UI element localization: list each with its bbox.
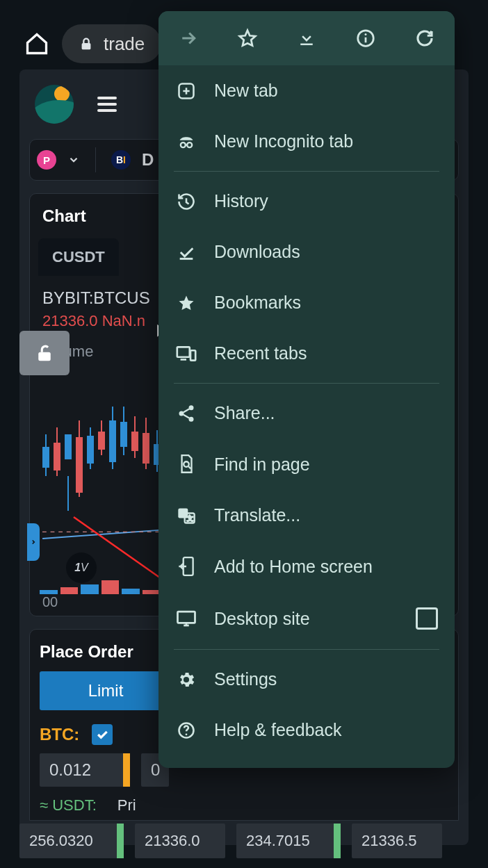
menu-add-home[interactable]: Add to Home screen xyxy=(158,541,455,592)
menu-label: Recent tabs xyxy=(214,343,307,363)
svg-rect-3 xyxy=(38,352,51,361)
share-icon xyxy=(175,404,197,423)
menu-label: Share... xyxy=(214,403,275,423)
menu-downloads[interactable]: Downloads xyxy=(158,227,455,277)
b-badge[interactable]: BI xyxy=(111,150,131,170)
value-2[interactable]: 21336.0 xyxy=(135,824,225,858)
incognito-icon xyxy=(175,132,197,152)
menu-recent-tabs[interactable]: Recent tabs xyxy=(158,328,455,379)
lock-icon xyxy=(79,35,94,53)
svg-text:文: 文 xyxy=(187,515,193,522)
unlock-tab[interactable] xyxy=(19,331,70,375)
devices-icon xyxy=(175,345,197,362)
gear-icon xyxy=(175,670,197,689)
svg-point-11 xyxy=(181,142,186,147)
history-icon xyxy=(175,192,197,211)
menu-find-in-page[interactable]: Find in page xyxy=(158,439,455,490)
value-4[interactable]: 21336.5 xyxy=(352,824,442,858)
svg-rect-30 xyxy=(178,612,195,623)
price-label-short: Pri xyxy=(117,796,136,814)
info-icon[interactable] xyxy=(355,28,377,49)
svg-point-7 xyxy=(365,33,367,35)
menu-label: Downloads xyxy=(214,242,300,262)
forward-icon[interactable] xyxy=(177,28,200,49)
menu-settings[interactable]: Settings xyxy=(158,654,455,705)
add-to-home-icon xyxy=(175,556,197,577)
svg-line-22 xyxy=(184,414,189,418)
home-icon[interactable] xyxy=(24,31,49,56)
menu-label: Help & feedback xyxy=(214,720,341,740)
svg-point-23 xyxy=(184,461,189,467)
menu-new-tab[interactable]: New tab xyxy=(158,65,455,116)
menu-label: Desktop site xyxy=(214,609,310,629)
translate-icon: G文 xyxy=(175,506,197,525)
plus-box-icon xyxy=(175,81,197,101)
checkbox[interactable] xyxy=(92,724,113,745)
chart-title: Chart xyxy=(42,206,86,226)
svg-line-21 xyxy=(184,409,189,412)
base-asset-label: BTC: xyxy=(40,725,79,744)
svg-rect-0 xyxy=(82,43,91,49)
menu-desktop-site[interactable]: Desktop site xyxy=(158,592,455,645)
url-text: trade xyxy=(104,33,145,55)
value-1[interactable]: 256.0320 xyxy=(19,824,124,858)
p-badge[interactable]: P xyxy=(37,150,56,170)
menu-incognito[interactable]: New Incognito tab xyxy=(158,116,455,167)
value-3[interactable]: 234.7015 xyxy=(236,824,341,858)
svg-point-34 xyxy=(186,733,188,735)
expand-handle[interactable] xyxy=(27,523,40,561)
svg-point-18 xyxy=(189,405,194,410)
desktop-icon xyxy=(175,609,197,628)
menu-label: Translate... xyxy=(214,505,300,525)
menu-help[interactable]: Help & feedback xyxy=(158,705,455,755)
find-in-page-icon xyxy=(175,454,197,475)
menu-translate[interactable]: G文 Translate... xyxy=(158,490,455,541)
menu-label: Find in page xyxy=(214,455,310,475)
menu-label: Bookmarks xyxy=(214,293,301,313)
downloads-done-icon xyxy=(175,243,197,262)
reload-icon[interactable] xyxy=(414,28,436,49)
app-logo[interactable] xyxy=(35,85,74,124)
quote-asset-label: ≈ USDT: xyxy=(40,796,97,814)
menu-label: Settings xyxy=(214,669,277,689)
svg-rect-15 xyxy=(177,347,190,357)
svg-point-12 xyxy=(187,142,192,147)
browser-menu: New tab New Incognito tab History Downlo… xyxy=(158,11,455,768)
desktop-site-checkbox[interactable] xyxy=(416,607,438,630)
star-icon xyxy=(175,293,197,313)
bottom-number-row: 256.0320 21336.0 234.7015 21336.5 xyxy=(19,824,469,858)
limit-button[interactable]: Limit xyxy=(40,671,172,710)
download-icon[interactable] xyxy=(295,28,318,49)
d-letter: D xyxy=(142,150,154,170)
menu-label: History xyxy=(214,191,268,211)
pair-tab[interactable]: CUSDT xyxy=(38,238,119,276)
menu-label: New Incognito tab xyxy=(214,131,353,152)
star-outline-icon[interactable] xyxy=(236,28,259,49)
menu-label: Add to Home screen xyxy=(214,557,373,577)
chevron-down-icon[interactable] xyxy=(67,154,80,166)
menu-label: New tab xyxy=(214,81,278,101)
svg-line-24 xyxy=(188,466,190,468)
menu-share[interactable]: Share... xyxy=(158,388,455,439)
help-icon xyxy=(175,721,197,740)
menu-bookmarks[interactable]: Bookmarks xyxy=(158,277,455,328)
qty-input-1[interactable]: 0.012 xyxy=(40,753,130,787)
svg-rect-17 xyxy=(190,350,195,360)
svg-point-20 xyxy=(189,416,194,421)
menu-icon[interactable] xyxy=(97,93,117,115)
svg-point-19 xyxy=(179,411,184,416)
svg-text:G: G xyxy=(181,510,186,517)
menu-history[interactable]: History xyxy=(158,176,455,227)
url-bar[interactable]: trade xyxy=(62,24,161,63)
